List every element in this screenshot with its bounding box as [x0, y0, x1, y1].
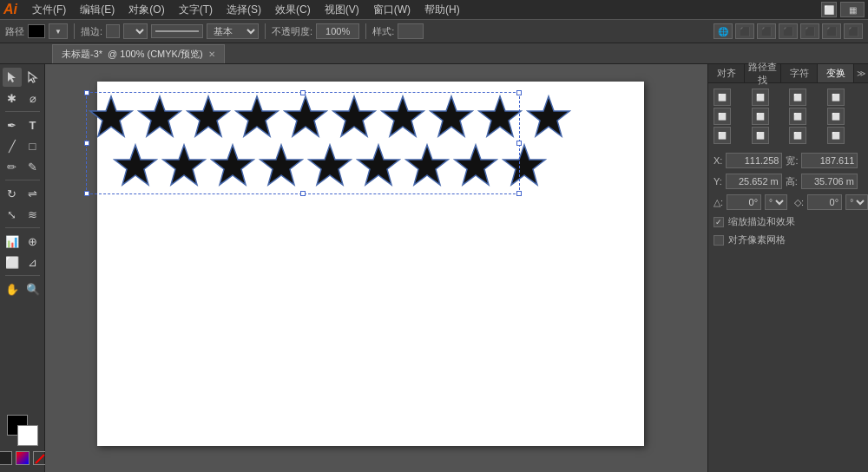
align-top-edges-btn[interactable]: ⬜: [827, 88, 845, 106]
panel-tab-pathfinder[interactable]: 路径查找: [745, 64, 781, 82]
toolbar: 路径 ▼ 描边: ▼ 基本 不透明度: 样式: 🌐 ⬛ ⬛ ⬛ ⬛ ⬛ ⬛: [0, 19, 868, 43]
opacity-input[interactable]: [316, 23, 359, 39]
x-input[interactable]: [726, 153, 782, 168]
eyedropper-tool[interactable]: ⊿: [23, 252, 43, 272]
menu-view[interactable]: 视图(V): [319, 1, 365, 19]
gradient-fill-btn[interactable]: [16, 451, 30, 465]
shear-unit-dropdown[interactable]: °: [845, 194, 868, 210]
warp-tool[interactable]: ≋: [23, 205, 43, 224]
align-right-edges-btn[interactable]: ⬜: [789, 88, 806, 106]
line-tool[interactable]: ╱: [3, 136, 22, 155]
reflect-tool[interactable]: ⇌: [23, 184, 43, 203]
menu-object[interactable]: 对象(O): [122, 1, 170, 19]
stroke-style-dropdown[interactable]: 基本: [207, 23, 259, 39]
menu-window[interactable]: 窗口(W): [367, 1, 417, 19]
style-label: 样式:: [372, 25, 394, 38]
svg-marker-2: [90, 96, 132, 136]
panel-tab-char[interactable]: 字符: [781, 64, 818, 82]
h-input[interactable]: [801, 174, 858, 189]
distribute-hcenter-btn[interactable]: ⬜: [827, 108, 845, 125]
distribute-vcenter-btn[interactable]: ⬜: [789, 127, 806, 144]
toolbar-separator-3: [365, 23, 366, 39]
graph-tool[interactable]: 📊: [3, 232, 22, 251]
shear-input[interactable]: [807, 194, 842, 210]
left-toolbar: ✱ ⌀ ✒ T ╱ □ ✏ ✎ ↻ ⇌ ⤡ ≋ 📊 ⊕ ⬜: [0, 64, 45, 472]
align-bottom-edges-btn[interactable]: ⬜: [752, 108, 769, 125]
menu-help[interactable]: 帮助(H): [418, 1, 466, 19]
svg-marker-0: [8, 72, 16, 82]
angle-unit-dropdown[interactable]: °: [765, 194, 787, 210]
align-left-edges-btn[interactable]: ⬜: [713, 88, 731, 106]
gradient-tool[interactable]: ⬜: [3, 252, 22, 272]
stroke-dropdown[interactable]: ▼: [123, 23, 148, 39]
menu-effect[interactable]: 效果(C): [269, 1, 317, 19]
hand-tool[interactable]: ✋: [3, 279, 22, 298]
angle-input[interactable]: [727, 194, 761, 210]
distribute-bottom-btn[interactable]: ⬜: [827, 127, 845, 144]
rect-tool[interactable]: □: [23, 136, 43, 155]
select-tool[interactable]: [3, 68, 22, 87]
menu-edit[interactable]: 编辑(E): [74, 1, 121, 19]
distribute-top-btn[interactable]: ⬜: [752, 127, 769, 144]
handle-bl[interactable]: [84, 191, 89, 196]
align-vcenter-btn[interactable]: ⬜: [713, 108, 731, 125]
panel-tab-transform[interactable]: 变换: [818, 64, 854, 82]
magic-wand-tool[interactable]: ✱: [3, 88, 22, 108]
rotate-tool[interactable]: ↻: [3, 184, 22, 203]
align-left-icon-btn[interactable]: ⬛: [735, 23, 754, 39]
globe-icon-btn[interactable]: 🌐: [713, 23, 733, 39]
svg-marker-19: [455, 145, 496, 185]
angle-label: △:: [713, 197, 723, 208]
shear-label: ◇:: [794, 197, 804, 208]
tab-close-btn[interactable]: ✕: [208, 49, 215, 59]
pen-tool[interactable]: ✒: [3, 115, 22, 134]
canvas-area: [45, 64, 707, 472]
direct-select-tool[interactable]: [23, 68, 43, 87]
align-hcenter-btn[interactable]: ⬜: [752, 88, 769, 106]
brush-tool[interactable]: ✏: [3, 157, 22, 176]
y-input[interactable]: [726, 174, 782, 189]
star-2-9: [502, 143, 547, 188]
star-1-6: [332, 95, 377, 140]
menu-file[interactable]: 文件(F): [26, 1, 72, 19]
menu-text[interactable]: 文字(T): [173, 1, 219, 19]
tool-row-9: ⬜ ⊿: [3, 252, 43, 272]
background-swatch[interactable]: [17, 425, 38, 446]
pencil-tool[interactable]: ✎: [23, 157, 43, 176]
panel-expand-btn[interactable]: ≫: [854, 64, 868, 82]
fill-stroke-swatches[interactable]: [7, 415, 38, 446]
stars-container[interactable]: [89, 95, 571, 188]
distribute-left-btn[interactable]: ⬜: [789, 108, 806, 125]
panel-tab-align[interactable]: 对齐: [708, 64, 745, 82]
type-tool[interactable]: T: [23, 115, 43, 134]
star-1-8: [429, 95, 474, 140]
distribute-right-btn[interactable]: ⬜: [713, 127, 731, 144]
tool-sep-4: [5, 275, 40, 276]
stroke-swatch[interactable]: [106, 24, 120, 38]
align-center-icon-btn[interactable]: ⬛: [757, 23, 776, 39]
scale-tool[interactable]: ⤡: [3, 205, 22, 224]
symbol-tool[interactable]: ⊕: [23, 232, 43, 251]
fill-swatch[interactable]: [28, 24, 45, 38]
distribute-v-icon-btn[interactable]: ⬛: [822, 23, 841, 39]
zoom-tool[interactable]: 🔍: [23, 279, 43, 298]
distribute-h-icon-btn[interactable]: ⬛: [800, 23, 819, 39]
align-pixel-grid-row: 对齐像素网格: [713, 233, 863, 246]
scale-strokes-checkbox[interactable]: [713, 217, 724, 227]
arrange-icon-btn[interactable]: ▦: [840, 2, 865, 17]
style-preview[interactable]: [398, 23, 424, 39]
tool-sep-2: [5, 180, 40, 180]
w-input[interactable]: [801, 153, 858, 168]
lasso-tool[interactable]: ⌀: [23, 88, 43, 108]
more-options-btn[interactable]: ⬛: [844, 23, 863, 39]
document-tab[interactable]: 未标题-3* @ 100% (CMYK/预览) ✕: [52, 44, 225, 63]
search-icon-btn[interactable]: ⬜: [821, 2, 837, 17]
menu-select[interactable]: 选择(S): [220, 1, 267, 19]
svg-marker-17: [358, 145, 399, 185]
none-fill-btn[interactable]: [0, 451, 12, 465]
y-h-row: Y: 高:: [713, 174, 863, 189]
h-label: 高:: [786, 175, 798, 188]
fill-options-btn[interactable]: ▼: [49, 23, 68, 39]
align-right-icon-btn[interactable]: ⬛: [779, 23, 798, 39]
align-pixel-grid-checkbox[interactable]: [713, 235, 724, 246]
